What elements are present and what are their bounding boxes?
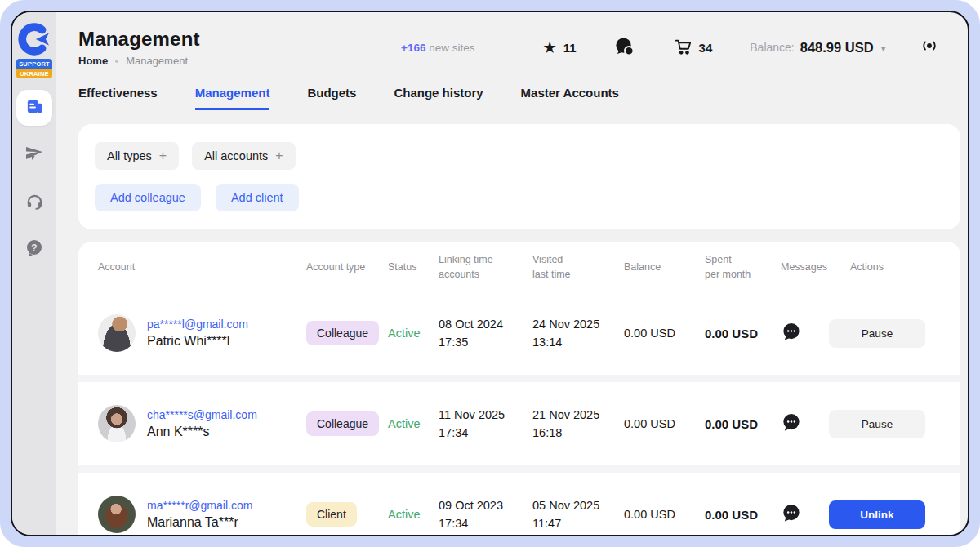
add-client-button[interactable]: Add client — [216, 184, 299, 211]
col-spent: Spentper month — [705, 252, 781, 282]
new-sites-label: new sites — [429, 42, 474, 54]
account-email[interactable]: cha*****s@gmail.com — [147, 408, 257, 421]
add-buttons: Add colleague Add client — [95, 184, 944, 211]
status-label: Active — [388, 417, 439, 430]
account-name: Ann K****s — [147, 425, 257, 439]
pause-button[interactable]: Pause — [829, 410, 925, 438]
breadcrumb: Home Management — [78, 55, 327, 67]
filter-all-accounts-label: All accounts — [204, 149, 268, 162]
col-status: Status — [388, 260, 439, 274]
linking-time: 08 Oct 202417:35 — [439, 315, 532, 352]
chats-icon — [614, 36, 635, 60]
support-ukraine-line2: UKRAINE — [16, 69, 52, 78]
brand-logo-icon[interactable] — [17, 22, 51, 56]
tab-management[interactable]: Management — [195, 86, 270, 110]
support-ukraine-badge: SUPPORT UKRAINE — [16, 59, 52, 78]
account-name: Patric Whi****l — [147, 334, 248, 349]
sidebar-item-support[interactable] — [16, 185, 52, 220]
main-area: Management Home Management +166 new site… — [56, 12, 968, 535]
balance[interactable]: Balance: 848.99 USD ▼ — [750, 40, 887, 56]
tab-master-accounts[interactable]: Master Accounts — [521, 86, 619, 110]
col-messages: Messages — [781, 260, 850, 274]
filter-all-types[interactable]: All types + — [95, 142, 179, 170]
balance-label: Balance: — [750, 41, 794, 54]
row-separator — [78, 375, 960, 382]
chats-button[interactable] — [614, 36, 635, 60]
breadcrumb-home[interactable]: Home — [78, 55, 108, 67]
sidebar-item-telegram[interactable] — [16, 137, 52, 173]
news-icon — [25, 97, 44, 119]
account-type-badge: Colleague — [306, 321, 379, 345]
app-window: SUPPORT UKRAINE — [11, 11, 969, 536]
tab-effectiveness[interactable]: Effectiveness — [78, 86, 158, 110]
user-avatar — [98, 496, 136, 533]
headphones-icon — [25, 192, 44, 214]
svg-text:?: ? — [31, 242, 37, 254]
sidebar: SUPPORT UKRAINE — [12, 12, 56, 535]
star-icon: ★ — [543, 41, 555, 55]
sidebar-item-help[interactable]: ? — [16, 232, 52, 268]
plus-icon: + — [159, 149, 167, 163]
col-balance: Balance — [624, 260, 705, 274]
col-linking-time: Linking timeaccounts — [439, 252, 532, 282]
new-sites-counter[interactable]: +166 new sites — [401, 42, 474, 54]
unlink-button[interactable]: Unlink — [829, 500, 925, 529]
pause-button[interactable]: Pause — [829, 319, 925, 348]
filter-card: All types + All accounts + Add colleague… — [78, 124, 960, 229]
cart-count: 34 — [699, 41, 713, 55]
message-bubble-icon — [781, 503, 801, 527]
spent-cell: 0.00 USD — [705, 327, 781, 340]
account-cell: ma*****r@gmail.com Marianna Ta***r — [98, 496, 306, 533]
col-account-type: Account type — [306, 260, 388, 274]
balance-cell: 0.00 USD — [624, 417, 705, 430]
filter-all-accounts[interactable]: All accounts + — [192, 142, 296, 170]
visited-time: 21 Nov 202516:18 — [532, 406, 624, 442]
col-actions: Actions — [850, 260, 941, 274]
visited-time: 24 Nov 202513:14 — [532, 315, 624, 352]
support-ukraine-line1: SUPPORT — [16, 59, 52, 69]
col-account: Account — [98, 260, 306, 274]
add-colleague-button[interactable]: Add colleague — [95, 184, 201, 211]
balance-cell: 0.00 USD — [624, 327, 705, 340]
linking-time: 11 Nov 202517:34 — [439, 406, 532, 442]
tab-bar: Effectiveness Management Budgets Change … — [78, 82, 960, 110]
filter-all-types-label: All types — [107, 149, 152, 162]
title-block: Management Home Management — [78, 28, 327, 67]
message-bubble-icon — [781, 412, 801, 436]
chevron-down-icon: ▼ — [880, 44, 888, 53]
status-label: Active — [388, 327, 439, 340]
new-sites-count: +166 — [401, 42, 425, 54]
table-row: cha*****s@gmail.com Ann K****s Colleague… — [98, 382, 941, 465]
plus-icon: + — [275, 149, 283, 163]
account-email[interactable]: pa*****l@gmail.com — [147, 318, 248, 331]
tab-change-history[interactable]: Change history — [394, 86, 483, 110]
topbar: Management Home Management +166 new site… — [78, 12, 960, 82]
tab-budgets[interactable]: Budgets — [307, 86, 356, 110]
browser-frame: SUPPORT UKRAINE — [0, 0, 980, 547]
cart-counter[interactable]: 34 — [674, 38, 713, 58]
table-row: pa*****l@gmail.com Patric Whi****l Colle… — [98, 291, 941, 375]
spent-cell: 0.00 USD — [705, 508, 781, 522]
account-cell: pa*****l@gmail.com Patric Whi****l — [98, 314, 306, 352]
table-header: Account Account type Status Linking time… — [98, 242, 941, 291]
account-cell: cha*****s@gmail.com Ann K****s — [98, 405, 306, 442]
user-avatar — [98, 405, 136, 442]
favorites-count: 11 — [564, 41, 577, 55]
cart-icon — [674, 38, 692, 58]
favorites-counter[interactable]: ★ 11 — [543, 41, 576, 55]
status-label: Active — [388, 508, 439, 521]
breadcrumb-separator — [115, 60, 118, 63]
user-avatar — [98, 314, 136, 352]
sidebar-item-management[interactable] — [16, 90, 52, 126]
spent-cell: 0.00 USD — [705, 417, 781, 431]
linking-time: 09 Oct 202317:34 — [439, 496, 532, 533]
account-name: Marianna Ta***r — [147, 515, 252, 530]
balance-cell: 0.00 USD — [624, 508, 705, 521]
notifications-button[interactable] — [920, 37, 938, 58]
breadcrumb-current: Management — [126, 55, 188, 67]
row-separator — [78, 465, 960, 473]
balance-value: 848.99 USD — [800, 40, 874, 56]
accounts-table: Account Account type Status Linking time… — [78, 242, 960, 535]
account-email[interactable]: ma*****r@gmail.com — [147, 499, 252, 512]
col-visited: Visitedlast time — [532, 252, 624, 282]
